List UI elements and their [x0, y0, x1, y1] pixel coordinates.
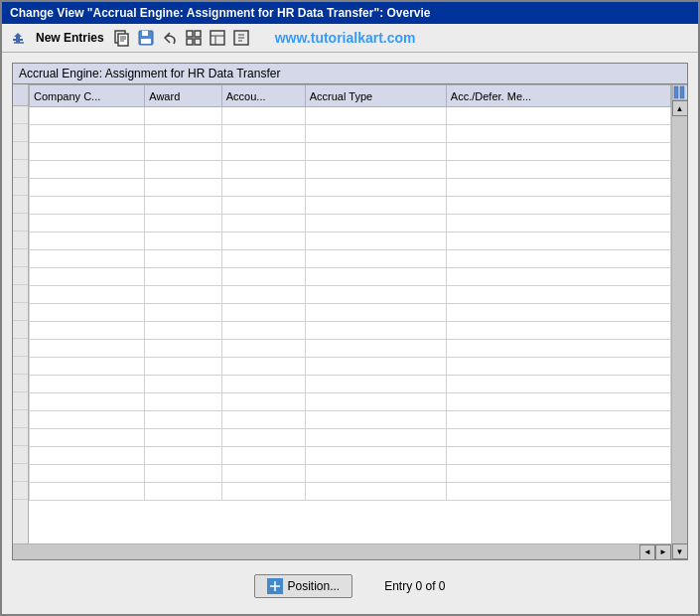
table-row[interactable] [30, 376, 671, 393]
table-row[interactable] [30, 429, 671, 447]
row-selector-cell[interactable] [13, 321, 28, 339]
table-cell[interactable] [145, 429, 222, 447]
table-cell[interactable] [221, 286, 305, 304]
table-cell[interactable] [446, 393, 670, 411]
row-selector-cell[interactable] [13, 267, 28, 285]
table-cell[interactable] [30, 107, 145, 125]
table-cell[interactable] [446, 143, 670, 161]
table-cell[interactable] [446, 304, 670, 322]
table-cell[interactable] [221, 268, 305, 286]
table-cell[interactable] [145, 447, 222, 465]
table-cell[interactable] [30, 125, 145, 143]
table-cell[interactable] [221, 465, 305, 483]
table-cell[interactable] [305, 268, 446, 286]
row-selector-cell[interactable] [13, 285, 28, 303]
table-cell[interactable] [446, 268, 670, 286]
scroll-left-button[interactable]: ◄ [639, 544, 655, 560]
table-cell[interactable] [145, 268, 222, 286]
table-cell[interactable] [446, 125, 670, 143]
table-cell[interactable] [30, 340, 145, 358]
table-cell[interactable] [221, 179, 305, 197]
table-cell[interactable] [446, 107, 670, 125]
table-cell[interactable] [30, 304, 145, 322]
row-selector-cell[interactable] [13, 214, 28, 231]
scroll-right-button[interactable]: ► [655, 544, 671, 560]
table-row[interactable] [30, 322, 671, 340]
export-icon[interactable] [231, 28, 251, 48]
table-row[interactable] [30, 125, 671, 143]
table-cell[interactable] [446, 179, 670, 197]
table-cell[interactable] [145, 393, 222, 411]
table-cell[interactable] [30, 483, 145, 501]
table-row[interactable] [30, 143, 671, 161]
table-cell[interactable] [221, 322, 305, 340]
table-cell[interactable] [145, 304, 222, 322]
table-cell[interactable] [145, 215, 222, 232]
table-cell[interactable] [446, 447, 670, 465]
table-cell[interactable] [446, 483, 670, 501]
table-cell[interactable] [221, 197, 305, 215]
table-cell[interactable] [145, 197, 222, 215]
table-cell[interactable] [446, 286, 670, 304]
col-header-award[interactable]: Award [145, 85, 222, 107]
row-selector-cell[interactable] [13, 464, 28, 482]
table-row[interactable] [30, 197, 671, 215]
row-selector-cell[interactable] [13, 410, 28, 428]
table-cell[interactable] [305, 143, 446, 161]
table-cell[interactable] [446, 429, 670, 447]
table-cell[interactable] [145, 358, 222, 376]
table-cell[interactable] [145, 161, 222, 179]
table-cell[interactable] [221, 107, 305, 125]
table-cell[interactable] [446, 215, 670, 232]
table-cell[interactable] [305, 483, 446, 501]
table-row[interactable] [30, 215, 671, 232]
table-cell[interactable] [145, 411, 222, 429]
row-selector-cell[interactable] [13, 339, 28, 357]
col-header-account[interactable]: Accou... [221, 85, 305, 107]
table-cell[interactable] [30, 143, 145, 161]
row-selector-cell[interactable] [13, 196, 28, 214]
table-row[interactable] [30, 161, 671, 179]
save-icon[interactable] [136, 28, 156, 48]
table-cell[interactable] [145, 143, 222, 161]
table-cell[interactable] [446, 465, 670, 483]
row-selector-cell[interactable] [13, 178, 28, 196]
table-row[interactable] [30, 250, 671, 268]
table-icon[interactable] [208, 28, 227, 48]
table-cell[interactable] [305, 304, 446, 322]
table-cell[interactable] [145, 107, 222, 125]
table-cell[interactable] [305, 215, 446, 232]
table-cell[interactable] [30, 179, 145, 197]
column-select-button[interactable] [672, 84, 688, 100]
table-cell[interactable] [221, 215, 305, 232]
table-cell[interactable] [30, 429, 145, 447]
table-row[interactable] [30, 358, 671, 376]
table-cell[interactable] [221, 161, 305, 179]
table-cell[interactable] [221, 429, 305, 447]
new-entries-label[interactable]: New Entries [36, 31, 104, 45]
table-cell[interactable] [305, 358, 446, 376]
row-selector-cell[interactable] [13, 106, 28, 124]
table-cell[interactable] [305, 322, 446, 340]
table-cell[interactable] [305, 125, 446, 143]
grid-icon[interactable] [184, 28, 204, 48]
table-cell[interactable] [145, 250, 222, 268]
table-cell[interactable] [30, 411, 145, 429]
row-selector-cell[interactable] [13, 231, 28, 249]
table-cell[interactable] [221, 411, 305, 429]
table-cell[interactable] [446, 161, 670, 179]
table-cell[interactable] [221, 143, 305, 161]
table-cell[interactable] [30, 322, 145, 340]
col-header-company[interactable]: Company C... [30, 85, 145, 107]
table-cell[interactable] [145, 286, 222, 304]
table-cell[interactable] [305, 376, 446, 393]
table-row[interactable] [30, 232, 671, 250]
table-row[interactable] [30, 483, 671, 501]
table-row[interactable] [30, 340, 671, 358]
row-selector-cell[interactable] [13, 249, 28, 267]
table-cell[interactable] [446, 340, 670, 358]
row-selector-cell[interactable] [13, 303, 28, 321]
table-cell[interactable] [145, 483, 222, 501]
table-row[interactable] [30, 107, 671, 125]
col-header-acc-defer[interactable]: Acc./Defer. Me... [446, 85, 670, 107]
